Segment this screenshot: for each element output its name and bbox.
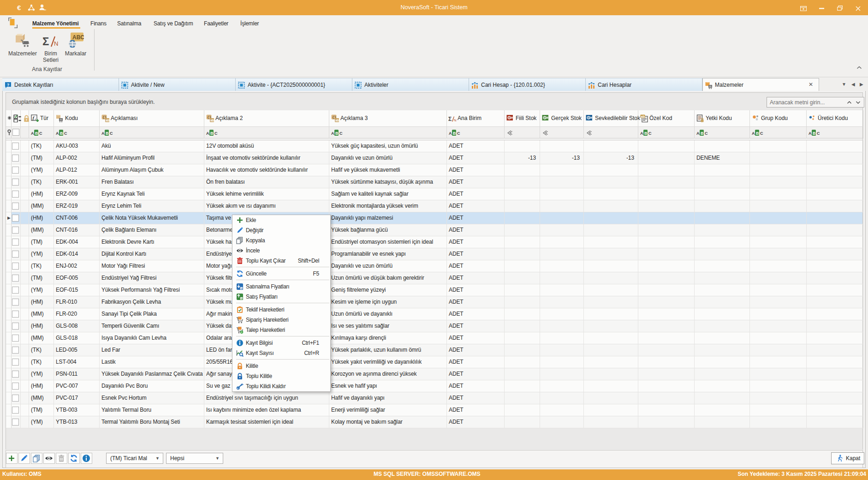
svg-text:C: C — [705, 131, 708, 136]
svg-text:A: A — [56, 131, 59, 136]
svg-text:%: % — [241, 287, 243, 290]
svg-text:C: C — [110, 131, 113, 136]
svg-text:B: B — [35, 131, 38, 136]
svg-text:A: A — [31, 131, 34, 136]
svg-text:A: A — [206, 131, 209, 136]
svg-text:N: N — [54, 40, 58, 47]
svg-text:B: B — [701, 131, 704, 136]
svg-text:A: A — [449, 131, 452, 136]
svg-text:C: C — [760, 131, 763, 136]
svg-text:ab: ab — [106, 119, 109, 122]
svg-text:B: B — [813, 131, 816, 136]
svg-text:A: A — [331, 131, 334, 136]
svg-text:C: C — [457, 131, 460, 136]
svg-text:Σ: Σ — [42, 36, 49, 48]
svg-text:B: B — [756, 131, 759, 136]
svg-text:ab: ab — [335, 119, 339, 122]
svg-text:B: B — [644, 131, 648, 136]
svg-text:C: C — [339, 131, 343, 136]
svg-text:C: C — [648, 131, 652, 136]
svg-text:B: B — [210, 131, 214, 136]
svg-text:A: A — [752, 131, 755, 136]
svg-text:C: C — [64, 131, 67, 136]
svg-text:C: C — [214, 131, 218, 136]
svg-text:%: % — [241, 297, 243, 300]
svg-text:ABC: ABC — [72, 34, 84, 41]
svg-text:B: B — [106, 131, 109, 136]
svg-text:B: B — [60, 131, 63, 136]
svg-text:x: x — [34, 117, 36, 120]
svg-text:B: B — [453, 131, 456, 136]
svg-text:N: N — [454, 118, 456, 122]
svg-text:ab: ab — [641, 115, 645, 118]
svg-text:A: A — [101, 131, 105, 136]
svg-text:Σ: Σ — [448, 116, 452, 122]
svg-text:B: B — [335, 131, 339, 136]
svg-text:?: ? — [7, 83, 9, 87]
svg-text:A: A — [640, 131, 643, 136]
svg-text:A: A — [809, 131, 812, 136]
svg-text:C: C — [39, 131, 42, 136]
svg-text:C: C — [817, 131, 820, 136]
svg-text:ab: ab — [210, 119, 214, 122]
svg-text:A: A — [696, 131, 700, 136]
